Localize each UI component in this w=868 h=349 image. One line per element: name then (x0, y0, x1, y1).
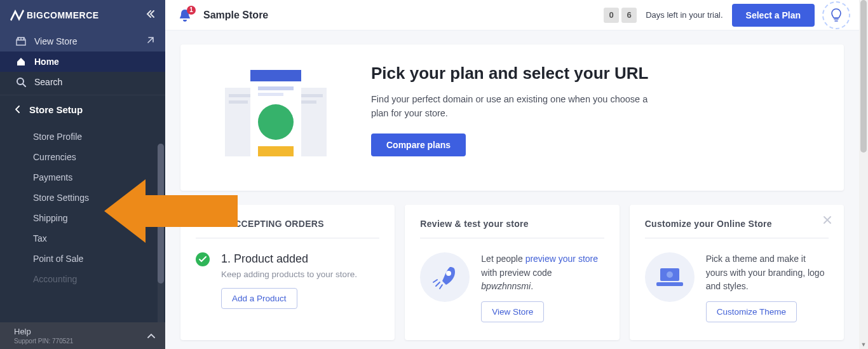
svg-rect-9 (258, 86, 294, 90)
card-title: START ACCEPTING ORDERS (196, 219, 379, 238)
subnav-currencies[interactable]: Currencies (0, 147, 165, 167)
add-product-button[interactable]: Add a Product (221, 288, 297, 309)
sidebar-scroll-area: View Store Home Search Store Setup (0, 31, 165, 322)
brand-text: BIGCOMMERCE (27, 10, 99, 20)
step-subtitle: Keep adding products to your store. (221, 270, 357, 279)
subnav-store-settings[interactable]: Store Settings (0, 188, 165, 208)
card-title: Customize your Online Store (645, 219, 829, 238)
help-label: Help (14, 327, 73, 336)
view-store-button[interactable]: View Store (481, 301, 544, 322)
chevron-left-icon (15, 104, 24, 115)
card-customize-store: Customize your Online Store Pick a theme… (630, 205, 844, 340)
sidebar-section-store-setup[interactable]: Store Setup (0, 95, 165, 124)
card-title: Review & test your store (420, 219, 604, 238)
subnav-accounting[interactable]: Accounting (0, 269, 165, 289)
customize-theme-button[interactable]: Customize Theme (706, 301, 797, 322)
brand-logo-icon (10, 10, 24, 21)
chevron-up-icon (147, 331, 155, 341)
rocket-icon (420, 252, 470, 302)
sidebar-item-home[interactable]: Home (0, 51, 165, 72)
svg-rect-16 (656, 282, 683, 286)
sidebar-item-search[interactable]: Search (0, 72, 165, 95)
trial-days-digit-2: 6 (621, 8, 637, 23)
step-title: 1. Product added (221, 252, 357, 266)
chevron-double-left-icon (146, 10, 155, 18)
subnav-point-of-sale[interactable]: Point of Sale (0, 249, 165, 269)
sidebar-header: BIGCOMMERCE (0, 0, 165, 31)
scrollbar-thumb[interactable] (860, 0, 867, 153)
card-body-text: Let people preview your store with previ… (481, 252, 604, 294)
svg-rect-10 (258, 93, 283, 96)
card-row: START ACCEPTING ORDERS 1. Product added … (180, 205, 844, 340)
svg-point-11 (258, 104, 294, 140)
section-label: Store Setup (29, 104, 83, 115)
storefront-icon (15, 37, 27, 46)
content: Pick your plan and select your URL Find … (165, 31, 859, 349)
scroll-down-arrow-icon[interactable]: ▼ (859, 340, 868, 349)
sidebar-item-view-store[interactable]: View Store (0, 31, 165, 51)
card-review-test-store: Review & test your store Let people prev… (405, 205, 619, 340)
svg-rect-12 (258, 146, 294, 156)
select-plan-button[interactable]: Select a Plan (732, 4, 815, 27)
tips-button[interactable] (824, 3, 849, 28)
card-body-text: Pick a theme and make it yours with your… (706, 252, 829, 294)
nav-label: Search (34, 77, 62, 87)
card-start-accepting-orders: START ACCEPTING ORDERS 1. Product added … (180, 205, 395, 340)
subnav-store-profile[interactable]: Store Profile (0, 127, 165, 147)
search-icon (15, 77, 27, 87)
external-link-icon (146, 36, 155, 46)
svg-point-13 (446, 271, 451, 276)
lightbulb-icon (830, 8, 843, 23)
preview-store-link[interactable]: preview your store (526, 254, 598, 264)
trial-text: Days left in your trial. (646, 10, 722, 20)
trial-days-digit-1: 0 (604, 8, 619, 23)
hero-illustration (206, 64, 346, 172)
subnav-shipping[interactable]: Shipping (0, 208, 165, 228)
nav-label: View Store (34, 36, 77, 46)
store-name: Sample Store (203, 10, 268, 21)
check-icon (196, 252, 210, 266)
sidebar-collapse-button[interactable] (146, 10, 155, 21)
svg-point-15 (667, 271, 673, 278)
laptop-icon (645, 252, 695, 302)
notifications-button[interactable]: 1 (175, 8, 194, 22)
home-icon (15, 57, 27, 67)
help-bar[interactable]: Help Support PIN: 770521 (0, 322, 165, 349)
close-card-button[interactable] (822, 215, 832, 228)
main-area: 1 Sample Store 0 6 Days left in your tri… (165, 0, 859, 349)
notification-badge: 1 (187, 6, 196, 15)
nav-label: Home (34, 57, 59, 67)
svg-rect-3 (229, 100, 248, 104)
hero-text: Pick your plan and select your URL Find … (371, 64, 663, 172)
hero-title: Pick your plan and select your URL (371, 64, 663, 83)
sidebar: BIGCOMMERCE View Store Home (0, 0, 165, 349)
brand-logo: BIGCOMMERCE (10, 10, 99, 21)
hero-card: Pick your plan and select your URL Find … (180, 44, 844, 191)
sidebar-subnav: Store Profile Currencies Payments Store … (0, 124, 165, 289)
sidebar-inner-scrollbar[interactable] (158, 144, 164, 347)
page-scrollbar[interactable]: ▲ ▼ (859, 0, 868, 349)
topbar: 1 Sample Store 0 6 Days left in your tri… (165, 0, 859, 31)
help-sub-label: Support PIN: 770521 (14, 338, 73, 345)
subnav-payments[interactable]: Payments (0, 167, 165, 188)
subnav-tax[interactable]: Tax (0, 228, 165, 249)
compare-plans-button[interactable]: Compare plans (371, 133, 466, 156)
hero-body: Find your perfect domain or use an exist… (371, 92, 663, 121)
topbar-right: 0 6 Days left in your trial. Select a Pl… (604, 3, 849, 28)
close-icon (822, 215, 832, 225)
